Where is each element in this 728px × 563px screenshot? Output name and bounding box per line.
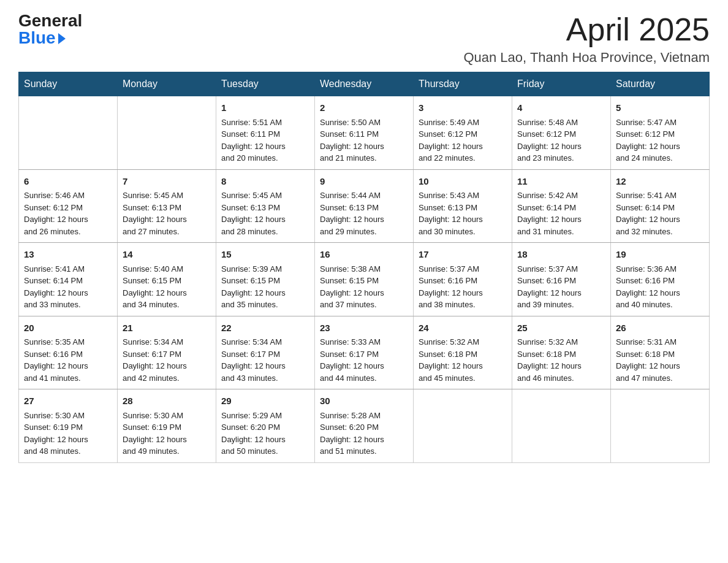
- day-number: 18: [517, 248, 605, 262]
- calendar-cell-w1-d4: 2Sunrise: 5:50 AMSunset: 6:11 PMDaylight…: [315, 96, 414, 170]
- calendar-cell-w2-d7: 12Sunrise: 5:41 AMSunset: 6:14 PMDayligh…: [611, 169, 710, 243]
- calendar-cell-w4-d4: 23Sunrise: 5:33 AMSunset: 6:17 PMDayligh…: [315, 316, 414, 389]
- day-number: 5: [616, 101, 704, 115]
- col-wednesday: Wednesday: [315, 72, 414, 96]
- day-info: Sunrise: 5:40 AMSunset: 6:15 PMDaylight:…: [123, 263, 211, 311]
- day-number: 7: [123, 175, 211, 189]
- day-number: 25: [517, 321, 605, 335]
- header-row: Sunday Monday Tuesday Wednesday Thursday…: [19, 72, 710, 96]
- day-info: Sunrise: 5:30 AMSunset: 6:19 PMDaylight:…: [24, 410, 112, 458]
- calendar-cell-w2-d2: 7Sunrise: 5:45 AMSunset: 6:13 PMDaylight…: [118, 169, 216, 243]
- col-friday: Friday: [512, 72, 611, 96]
- calendar-week-4: 20Sunrise: 5:35 AMSunset: 6:16 PMDayligh…: [19, 316, 710, 389]
- day-number: 17: [419, 248, 507, 262]
- day-info: Sunrise: 5:39 AMSunset: 6:15 PMDaylight:…: [221, 263, 309, 311]
- day-info: Sunrise: 5:33 AMSunset: 6:17 PMDaylight:…: [320, 336, 408, 384]
- calendar-cell-w1-d1: [19, 96, 118, 170]
- calendar-cell-w5-d2: 28Sunrise: 5:30 AMSunset: 6:19 PMDayligh…: [118, 389, 216, 463]
- calendar-cell-w3-d7: 19Sunrise: 5:36 AMSunset: 6:16 PMDayligh…: [611, 243, 710, 316]
- day-number: 30: [320, 394, 408, 408]
- calendar-cell-w2-d4: 9Sunrise: 5:44 AMSunset: 6:13 PMDaylight…: [315, 169, 414, 243]
- day-info: Sunrise: 5:49 AMSunset: 6:12 PMDaylight:…: [419, 117, 507, 164]
- day-number: 3: [419, 101, 507, 115]
- day-info: Sunrise: 5:34 AMSunset: 6:17 PMDaylight:…: [123, 336, 211, 384]
- day-info: Sunrise: 5:37 AMSunset: 6:16 PMDaylight:…: [517, 263, 605, 311]
- day-info: Sunrise: 5:32 AMSunset: 6:18 PMDaylight:…: [517, 336, 605, 384]
- day-info: Sunrise: 5:28 AMSunset: 6:20 PMDaylight:…: [320, 410, 408, 458]
- day-number: 22: [221, 321, 309, 335]
- calendar-cell-w1-d7: 5Sunrise: 5:47 AMSunset: 6:12 PMDaylight…: [611, 96, 710, 170]
- location-title: Quan Lao, Thanh Hoa Province, Vietnam: [463, 50, 710, 66]
- col-monday: Monday: [118, 72, 216, 96]
- calendar-cell-w4-d2: 21Sunrise: 5:34 AMSunset: 6:17 PMDayligh…: [118, 316, 216, 389]
- calendar-cell-w3-d1: 13Sunrise: 5:41 AMSunset: 6:14 PMDayligh…: [19, 243, 118, 316]
- day-info: Sunrise: 5:47 AMSunset: 6:12 PMDaylight:…: [616, 117, 704, 164]
- day-number: 2: [320, 101, 408, 115]
- day-info: Sunrise: 5:38 AMSunset: 6:15 PMDaylight:…: [320, 263, 408, 311]
- day-number: 15: [221, 248, 309, 262]
- day-number: 1: [221, 101, 309, 115]
- logo-arrow-icon: [58, 33, 66, 44]
- calendar-cell-w2-d3: 8Sunrise: 5:45 AMSunset: 6:13 PMDaylight…: [216, 169, 315, 243]
- day-number: 27: [24, 394, 112, 408]
- day-info: Sunrise: 5:51 AMSunset: 6:11 PMDaylight:…: [221, 117, 309, 164]
- day-info: Sunrise: 5:41 AMSunset: 6:14 PMDaylight:…: [616, 190, 704, 237]
- col-saturday: Saturday: [611, 72, 710, 96]
- day-info: Sunrise: 5:37 AMSunset: 6:16 PMDaylight:…: [419, 263, 507, 311]
- calendar-cell-w1-d6: 4Sunrise: 5:48 AMSunset: 6:12 PMDaylight…: [512, 96, 611, 170]
- day-info: Sunrise: 5:29 AMSunset: 6:20 PMDaylight:…: [221, 410, 309, 458]
- calendar-cell-w5-d6: [512, 389, 611, 463]
- calendar-cell-w3-d2: 14Sunrise: 5:40 AMSunset: 6:15 PMDayligh…: [118, 243, 216, 316]
- calendar-cell-w5-d7: [611, 389, 710, 463]
- day-number: 12: [616, 175, 704, 189]
- calendar-cell-w5-d3: 29Sunrise: 5:29 AMSunset: 6:20 PMDayligh…: [216, 389, 315, 463]
- logo-blue-text: Blue: [18, 29, 56, 47]
- day-info: Sunrise: 5:30 AMSunset: 6:19 PMDaylight:…: [123, 410, 211, 458]
- logo: General Blue: [18, 12, 82, 47]
- day-number: 8: [221, 175, 309, 189]
- calendar-cell-w4-d7: 26Sunrise: 5:31 AMSunset: 6:18 PMDayligh…: [611, 316, 710, 389]
- month-title: April 2025: [463, 12, 710, 47]
- calendar-cell-w5-d1: 27Sunrise: 5:30 AMSunset: 6:19 PMDayligh…: [19, 389, 118, 463]
- day-number: 14: [123, 248, 211, 262]
- calendar-cell-w4-d5: 24Sunrise: 5:32 AMSunset: 6:18 PMDayligh…: [414, 316, 512, 389]
- day-info: Sunrise: 5:48 AMSunset: 6:12 PMDaylight:…: [517, 117, 605, 164]
- day-info: Sunrise: 5:45 AMSunset: 6:13 PMDaylight:…: [123, 190, 211, 237]
- day-number: 4: [517, 101, 605, 115]
- day-info: Sunrise: 5:50 AMSunset: 6:11 PMDaylight:…: [320, 117, 408, 164]
- day-number: 20: [24, 321, 112, 335]
- col-sunday: Sunday: [19, 72, 118, 96]
- day-number: 28: [123, 394, 211, 408]
- day-number: 21: [123, 321, 211, 335]
- day-info: Sunrise: 5:32 AMSunset: 6:18 PMDaylight:…: [419, 336, 507, 384]
- day-info: Sunrise: 5:41 AMSunset: 6:14 PMDaylight:…: [24, 263, 112, 311]
- header: General Blue April 2025 Quan Lao, Thanh …: [18, 12, 710, 66]
- day-info: Sunrise: 5:35 AMSunset: 6:16 PMDaylight:…: [24, 336, 112, 384]
- logo-general-text: General: [18, 12, 82, 29]
- day-info: Sunrise: 5:42 AMSunset: 6:14 PMDaylight:…: [517, 190, 605, 237]
- day-number: 26: [616, 321, 704, 335]
- day-info: Sunrise: 5:46 AMSunset: 6:12 PMDaylight:…: [24, 190, 112, 237]
- calendar-header: Sunday Monday Tuesday Wednesday Thursday…: [19, 72, 710, 96]
- day-info: Sunrise: 5:44 AMSunset: 6:13 PMDaylight:…: [320, 190, 408, 237]
- day-info: Sunrise: 5:36 AMSunset: 6:16 PMDaylight:…: [616, 263, 704, 311]
- calendar-week-1: 1Sunrise: 5:51 AMSunset: 6:11 PMDaylight…: [19, 96, 710, 170]
- calendar-cell-w1-d3: 1Sunrise: 5:51 AMSunset: 6:11 PMDaylight…: [216, 96, 315, 170]
- day-info: Sunrise: 5:43 AMSunset: 6:13 PMDaylight:…: [419, 190, 507, 237]
- day-info: Sunrise: 5:45 AMSunset: 6:13 PMDaylight:…: [221, 190, 309, 237]
- day-number: 9: [320, 175, 408, 189]
- calendar-cell-w4-d6: 25Sunrise: 5:32 AMSunset: 6:18 PMDayligh…: [512, 316, 611, 389]
- day-number: 24: [419, 321, 507, 335]
- calendar-cell-w3-d3: 15Sunrise: 5:39 AMSunset: 6:15 PMDayligh…: [216, 243, 315, 316]
- day-info: Sunrise: 5:31 AMSunset: 6:18 PMDaylight:…: [616, 336, 704, 384]
- calendar-body: 1Sunrise: 5:51 AMSunset: 6:11 PMDaylight…: [19, 96, 710, 463]
- calendar-cell-w2-d6: 11Sunrise: 5:42 AMSunset: 6:14 PMDayligh…: [512, 169, 611, 243]
- calendar-table: Sunday Monday Tuesday Wednesday Thursday…: [18, 72, 710, 463]
- calendar-cell-w1-d5: 3Sunrise: 5:49 AMSunset: 6:12 PMDaylight…: [414, 96, 512, 170]
- day-number: 29: [221, 394, 309, 408]
- calendar-cell-w2-d1: 6Sunrise: 5:46 AMSunset: 6:12 PMDaylight…: [19, 169, 118, 243]
- calendar-cell-w5-d4: 30Sunrise: 5:28 AMSunset: 6:20 PMDayligh…: [315, 389, 414, 463]
- day-number: 19: [616, 248, 704, 262]
- day-number: 13: [24, 248, 112, 262]
- calendar-cell-w3-d4: 16Sunrise: 5:38 AMSunset: 6:15 PMDayligh…: [315, 243, 414, 316]
